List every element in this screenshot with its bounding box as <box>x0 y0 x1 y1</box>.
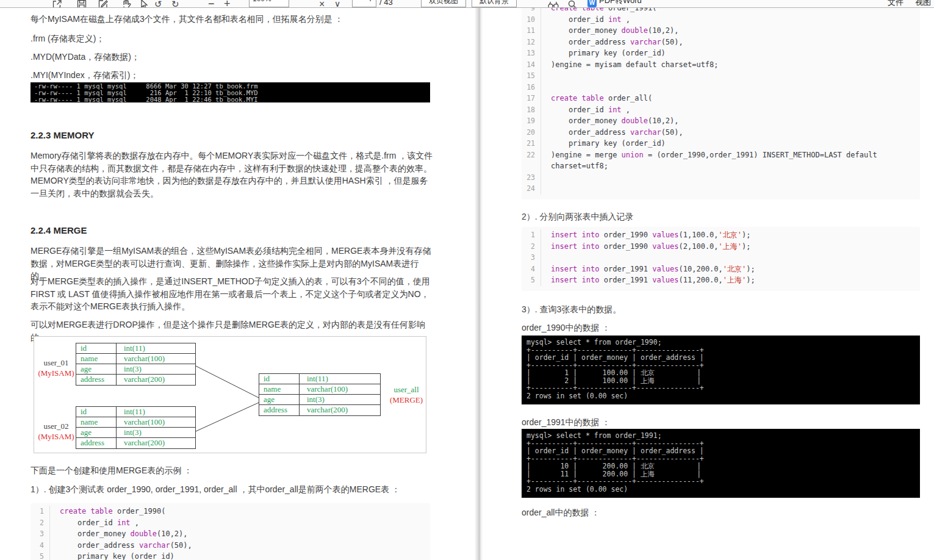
label-userall-name: user_all <box>382 384 431 395</box>
label-order-1990-data: order_1990中的数据 ： <box>522 321 921 334</box>
redo-icon[interactable]: ↻ <box>171 0 179 8</box>
code-line: 3 <box>522 252 920 264</box>
field-type: int(11) <box>117 343 195 353</box>
code-line: 4 order_address varchar(50), <box>31 540 430 551</box>
field-type: varchar(200) <box>117 438 195 448</box>
paragraph-myi: .MYI(MYIndex，存储索引)； <box>31 69 433 82</box>
code-line: 24 <box>522 183 920 195</box>
code-line: 10 order_id int , <box>522 14 920 26</box>
field-name: age <box>259 395 300 404</box>
field-type: int(3) <box>117 428 195 437</box>
field-name: age <box>76 428 117 437</box>
table-row: namevarchar(100) <box>76 417 195 428</box>
save-icon[interactable] <box>76 0 87 8</box>
code-line: 20 order_address varchar(50), <box>522 127 920 138</box>
label-user02: user_02 (MyISAM) <box>32 421 81 442</box>
code-line: 9create table order_1991( <box>522 8 920 14</box>
table-row: addressvarchar(200) <box>259 405 380 415</box>
pdf-page-right: 9create table order_1991(10 order_id int… <box>483 8 934 560</box>
table-row: namevarchar(100) <box>76 354 195 364</box>
code-line: charset=utf8; <box>522 160 920 172</box>
table-row: ageint(3) <box>76 428 195 438</box>
code-line: 23 <box>522 172 920 184</box>
terminal-file-listing: -rw-rw---- 1 mysql mysql 8666 Mar 30 12:… <box>31 82 430 102</box>
label-userall-engine: (MERGE) <box>382 395 431 405</box>
merge-tables-diagram: user_01 (MyISAM) idint(11) namevarchar(1… <box>34 336 426 453</box>
field-type: int(11) <box>117 407 195 417</box>
table-row: ageint(3) <box>259 395 380 405</box>
pdf-to-word-label: PDF转Word <box>599 0 642 5</box>
field-type: varchar(100) <box>117 354 195 364</box>
table-row: namevarchar(100) <box>259 384 380 395</box>
field-type: int(11) <box>300 374 380 384</box>
paragraph-myisam-files: 每个MyISAM在磁盘上存储成3个文件，其文件名都和表名相同，但拓展名分别是 ： <box>31 13 433 26</box>
table-row: ageint(3) <box>76 364 195 375</box>
code-line: 2insert into order_1990 values(2,100.0,'… <box>522 241 920 253</box>
code-line: 16 <box>522 82 920 93</box>
paragraph-frm: .frm (存储表定义)； <box>31 32 433 45</box>
view-menu[interactable]: 视图 <box>915 0 931 7</box>
search-icon[interactable] <box>567 0 578 8</box>
table-user02: idint(11) namevarchar(100) ageint(3) add… <box>76 406 196 449</box>
field-name: id <box>76 343 117 353</box>
terminal-select-order-1990: mysql> select * from order_1990; +------… <box>522 336 920 404</box>
pdf-to-word-button[interactable]: WPDF转Word <box>587 0 642 7</box>
undo-icon[interactable]: ↺ <box>154 0 162 8</box>
binoculars-search-icon[interactable] <box>547 0 559 8</box>
label-order-all-data: order_all中的数据 ： <box>522 506 921 519</box>
terminal-select-order-1990-text: mysql> select * from order_1990; +------… <box>526 339 915 400</box>
field-type: varchar(100) <box>300 384 380 394</box>
code-line: 4insert into order_1991 values(10,200.0,… <box>522 264 920 275</box>
label-user01-engine: (MyISAM) <box>32 368 81 378</box>
zoom-in-icon[interactable]: + <box>224 0 231 8</box>
zoom-level-input[interactable]: 100% <box>249 0 289 7</box>
next-page-icon[interactable]: ∨ <box>334 0 340 8</box>
terminal-file-listing-text: -rw-rw---- 1 mysql mysql 8666 Mar 30 12:… <box>34 83 426 102</box>
toolbar: ↺ ↻ − + 100% × ∨ 7 / 43 双页视图 默认背景 WPDF转W… <box>0 0 934 8</box>
table-user01: idint(11) namevarchar(100) ageint(3) add… <box>76 343 196 386</box>
field-name: id <box>259 374 300 384</box>
edit-icon[interactable] <box>98 0 109 8</box>
code-line: 3 order_money double(10,2), <box>31 528 430 540</box>
label-user02-engine: (MyISAM) <box>32 431 81 442</box>
paragraph-step2: 2）. 分别向两张表中插入记录 <box>522 210 921 223</box>
table-userall: idint(11) namevarchar(100) ageint(3) add… <box>259 373 381 416</box>
field-name: name <box>76 354 117 364</box>
code-line: 12 order_address varchar(50), <box>522 37 920 48</box>
label-user02-name: user_02 <box>32 421 81 431</box>
table-row: addressvarchar(200) <box>76 375 195 385</box>
file-menu[interactable]: 文件 <box>888 0 903 7</box>
field-name: address <box>76 438 117 448</box>
label-user01-name: user_01 <box>32 357 81 368</box>
code-line: 2 order_id int , <box>31 517 430 529</box>
code-line: 5 primary key (order_id) <box>31 551 430 560</box>
default-background-button[interactable]: 默认背景 <box>472 0 517 7</box>
label-order-1991-data: order_1991中的数据 ： <box>522 416 921 429</box>
terminal-select-order-1991-text: mysql> select * from order_1991; +------… <box>526 432 915 493</box>
code-line: 18 order_id int , <box>522 104 920 116</box>
code-line: 21 primary key (order_id) <box>522 138 920 149</box>
code-block-create-order-all: 9create table order_1991(10 order_id int… <box>522 8 920 199</box>
code-block-insert-records: 1insert into order_1990 values(1,100.0,'… <box>522 227 920 291</box>
hand-tool-icon[interactable] <box>121 0 132 8</box>
field-type: varchar(100) <box>117 417 195 427</box>
table-row: idint(11) <box>76 343 195 354</box>
field-type: int(3) <box>117 364 195 374</box>
page-number-input[interactable]: 7 <box>352 0 376 7</box>
table-row: idint(11) <box>259 374 380 384</box>
export-icon[interactable] <box>52 0 63 8</box>
paragraph-step1: 1）. 创建3个测试表 order_1990, order_1991, orde… <box>31 483 433 496</box>
code-line: 5insert into order_1991 values(11,200.0,… <box>522 275 920 286</box>
field-type: int(3) <box>300 395 380 404</box>
zoom-out-icon[interactable]: − <box>208 0 215 8</box>
select-cursor-icon[interactable] <box>138 0 148 8</box>
code-line: 17create table order_all( <box>522 93 920 104</box>
code-line: 19 order_money double(10,2), <box>522 115 920 127</box>
previous-page-icon[interactable]: × <box>319 0 325 8</box>
heading-merge: 2.2.4 MERGE <box>31 225 87 235</box>
field-name: address <box>259 405 300 415</box>
code-line: 22)engine = merge union = (order_1990,or… <box>522 149 920 161</box>
pdf-page-left: 每个MyISAM在磁盘上存储成3个文件，其文件名都和表名相同，但拓展名分别是 ：… <box>0 8 475 560</box>
paragraph-memory: Memory存储引擎将表的数据存放在内存中。每个MEMORY表实际对应一个磁盘文… <box>31 149 433 199</box>
double-page-view-button[interactable]: 双页视图 <box>421 0 466 7</box>
